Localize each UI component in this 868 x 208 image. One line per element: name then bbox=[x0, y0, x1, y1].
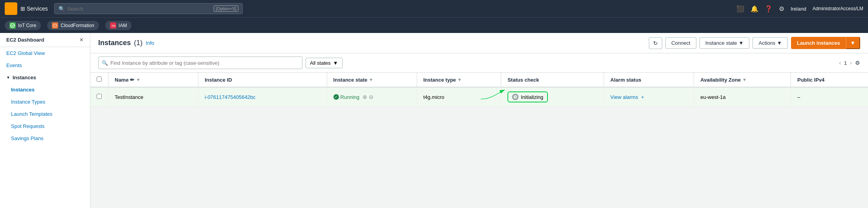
instance-state-arrow-icon: ▼ bbox=[739, 40, 744, 46]
header-actions: ↻ Connect Instance state ▼ Actions ▼ Lau… bbox=[649, 37, 860, 49]
zoom-in-icon[interactable]: ⊕ bbox=[363, 94, 367, 100]
sidebar-label-spot-requests: Spot Requests bbox=[11, 123, 44, 129]
col-status-label: Status check bbox=[507, 77, 539, 83]
account-label[interactable]: AdministratorAccess/LM bbox=[813, 6, 863, 11]
service-iam[interactable]: IAM IAM bbox=[105, 21, 132, 30]
col-name-filter-icon[interactable]: ▼ bbox=[136, 77, 140, 82]
region-selector[interactable]: Ireland bbox=[791, 6, 806, 12]
instance-state-label: Running bbox=[341, 94, 359, 100]
filter-bar: 🔍 All states ▼ ‹ 1 › ⚙ bbox=[90, 53, 868, 73]
select-all-checkbox[interactable] bbox=[97, 77, 102, 82]
svg-line-6 bbox=[515, 97, 516, 98]
services-menu[interactable]: ⊞ Services bbox=[20, 5, 48, 12]
sidebar-section-instances[interactable]: ▼ Instances bbox=[0, 71, 90, 84]
actions-button[interactable]: Actions ▼ bbox=[753, 37, 788, 49]
page-title-area: Instances (1) Info bbox=[98, 39, 154, 47]
launch-split-arrow-icon: ▼ bbox=[850, 40, 855, 46]
row-name-cell: TestInstance bbox=[108, 87, 198, 107]
sidebar-item-launch-templates[interactable]: Launch Templates bbox=[0, 108, 90, 120]
public-ipv4-value: – bbox=[797, 94, 800, 100]
sidebar-label-instances: Instances bbox=[11, 87, 35, 93]
alarm-link[interactable]: View alarms bbox=[610, 94, 638, 100]
info-link[interactable]: Info bbox=[146, 40, 154, 46]
search-shortcut: [Option+S] bbox=[214, 5, 238, 12]
cloudformation-icon bbox=[52, 22, 58, 29]
zoom-icons: ⊕ ⊖ bbox=[363, 94, 374, 100]
instance-id-link[interactable]: i-076117475405642bc bbox=[205, 94, 255, 100]
table-settings-icon[interactable]: ⚙ bbox=[855, 60, 860, 66]
sidebar-label-ec2-global-view: EC2 Global View bbox=[6, 50, 45, 56]
aws-logo[interactable] bbox=[5, 2, 17, 15]
states-dropdown[interactable]: All states ▼ bbox=[306, 58, 342, 68]
filter-search-icon: 🔍 bbox=[102, 60, 108, 66]
instances-table: Name ✏ ▼ Instance ID bbox=[90, 73, 868, 107]
sidebar-label-savings-plans: Savings Plans bbox=[11, 135, 43, 141]
row-checkbox[interactable] bbox=[97, 94, 102, 99]
instance-count: (1) bbox=[134, 39, 143, 47]
col-state-filter-icon[interactable]: ▼ bbox=[369, 77, 373, 82]
sidebar-item-ec2-global-view[interactable]: EC2 Global View bbox=[0, 47, 90, 59]
nav-right: ⬛ 🔔 ❓ ⚙ Ireland AdministratorAccess/LM bbox=[736, 5, 863, 13]
row-ip-cell: – bbox=[791, 87, 868, 107]
cloudformation-label: CloudFormation bbox=[60, 23, 94, 28]
next-page-button[interactable]: › bbox=[850, 60, 852, 66]
zoom-out-icon[interactable]: ⊖ bbox=[369, 94, 374, 100]
sidebar-ec2-dashboard[interactable]: EC2 Dashboard bbox=[6, 37, 44, 43]
sidebar-item-instance-types[interactable]: Instance Types bbox=[0, 96, 90, 108]
services-bar: IoT Core CloudFormation IAM IAM bbox=[0, 17, 868, 33]
help-icon[interactable]: ❓ bbox=[765, 5, 773, 13]
page-title: Instances bbox=[98, 39, 131, 47]
actions-label: Actions bbox=[758, 40, 775, 46]
table-wrapper: Name ✏ ▼ Instance ID bbox=[90, 73, 868, 107]
instance-search-input[interactable] bbox=[110, 60, 299, 66]
prev-page-button[interactable]: ‹ bbox=[839, 60, 841, 66]
sidebar-item-spot-requests[interactable]: Spot Requests bbox=[0, 120, 90, 132]
sidebar-item-instances[interactable]: Instances bbox=[0, 84, 90, 96]
initializing-clock-icon bbox=[512, 94, 518, 100]
service-iot-core[interactable]: IoT Core bbox=[5, 21, 41, 30]
sidebar: EC2 Dashboard ✕ EC2 Global View Events ▼… bbox=[0, 33, 90, 208]
instance-state-button[interactable]: Instance state ▼ bbox=[700, 37, 750, 49]
main-content: Instances (1) Info ↻ Connect Instance st… bbox=[90, 33, 868, 208]
row-checkbox-cell bbox=[90, 87, 108, 107]
refresh-button[interactable]: ↻ bbox=[649, 37, 662, 49]
col-ipv4-label: Public IPv4 bbox=[797, 77, 824, 83]
grid-icon: ⊞ bbox=[20, 5, 25, 12]
sidebar-item-events[interactable]: Events bbox=[0, 59, 90, 71]
col-header-instance-type: Instance type ▼ bbox=[417, 73, 501, 87]
connect-button[interactable]: Connect bbox=[665, 37, 696, 49]
instance-type-value: t4g.micro bbox=[423, 94, 444, 100]
terminal-icon[interactable]: ⬛ bbox=[736, 5, 744, 13]
iot-core-icon bbox=[9, 22, 16, 29]
status-check-value: Initializing bbox=[521, 94, 543, 100]
select-all-column bbox=[90, 73, 108, 87]
global-search[interactable]: 🔍 [Option+S] bbox=[54, 3, 243, 14]
launch-instances-button[interactable]: Launch instances bbox=[791, 37, 846, 49]
svg-text:IAM: IAM bbox=[112, 24, 115, 27]
launch-group: Launch instances ▼ bbox=[791, 37, 860, 49]
bell-icon[interactable]: 🔔 bbox=[751, 5, 758, 13]
instance-search[interactable]: 🔍 bbox=[98, 57, 302, 69]
col-type-filter-icon[interactable]: ▼ bbox=[458, 77, 462, 82]
table-header: Name ✏ ▼ Instance ID bbox=[90, 73, 868, 87]
sidebar-label-launch-templates: Launch Templates bbox=[11, 111, 52, 117]
header-row: Name ✏ ▼ Instance ID bbox=[90, 73, 868, 87]
iot-core-label: IoT Core bbox=[18, 23, 36, 28]
launch-instances-split-button[interactable]: ▼ bbox=[846, 37, 860, 49]
col-header-az: Availability Zone ▼ bbox=[694, 73, 791, 87]
col-name-edit-icon[interactable]: ✏ bbox=[130, 77, 134, 83]
col-az-filter-icon[interactable]: ▼ bbox=[742, 77, 747, 82]
sidebar-item-savings-plans[interactable]: Savings Plans bbox=[0, 132, 90, 144]
table-row: TestInstance i-076117475405642bc ✓ Runni… bbox=[90, 87, 868, 107]
settings-icon[interactable]: ⚙ bbox=[779, 5, 784, 13]
top-nav: ⊞ Services 🔍 [Option+S] ⬛ 🔔 ❓ ⚙ Ireland … bbox=[0, 0, 868, 17]
alarm-add-icon[interactable]: + bbox=[641, 94, 644, 100]
sidebar-label-events: Events bbox=[6, 62, 22, 68]
search-input[interactable] bbox=[67, 6, 214, 12]
service-cloudformation[interactable]: CloudFormation bbox=[47, 21, 99, 30]
sidebar-close-button[interactable]: ✕ bbox=[79, 37, 84, 43]
col-name-label: Name bbox=[115, 77, 128, 83]
instance-name: TestInstance bbox=[115, 94, 143, 100]
col-alarm-label: Alarm status bbox=[610, 77, 641, 83]
row-state-cell: ✓ Running ⊕ ⊖ bbox=[327, 87, 417, 107]
